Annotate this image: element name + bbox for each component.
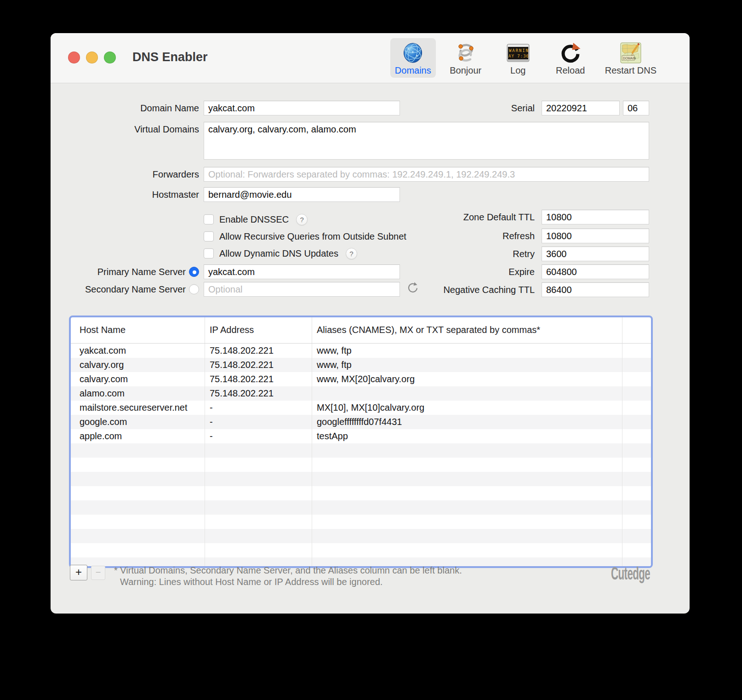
table-row[interactable]: yakcat.com75.148.202.221www, ftp — [71, 344, 651, 358]
table-row[interactable]: alamo.com75.148.202.221 — [71, 386, 651, 401]
aliases-cell[interactable] — [312, 500, 622, 515]
extra-cell[interactable] — [622, 386, 651, 401]
aliases-cell[interactable] — [312, 458, 622, 472]
domain-name-input[interactable] — [204, 101, 400, 115]
table-row[interactable] — [71, 500, 651, 515]
extra-cell[interactable] — [622, 486, 651, 500]
refresh-input[interactable] — [542, 229, 649, 243]
extra-cell[interactable] — [622, 358, 651, 372]
ip-cell[interactable] — [205, 472, 312, 486]
toolbar-item-reload[interactable]: Reload — [548, 38, 593, 78]
aliases-cell[interactable] — [312, 386, 622, 401]
dynamic-dns-checkbox[interactable] — [204, 248, 214, 258]
host-cell[interactable]: calvary.com — [71, 372, 205, 386]
aliases-cell[interactable] — [312, 443, 622, 458]
extra-cell[interactable] — [622, 415, 651, 429]
recursive-queries-checkbox[interactable] — [204, 231, 214, 241]
host-cell[interactable] — [71, 472, 205, 486]
ip-cell[interactable] — [205, 443, 312, 458]
table-row[interactable] — [71, 458, 651, 472]
extra-cell[interactable] — [622, 529, 651, 543]
host-cell[interactable]: google.com — [71, 415, 205, 429]
minimize-window-button[interactable] — [86, 52, 98, 63]
aliases-cell[interactable] — [312, 472, 622, 486]
table-row[interactable]: mailstore.secureserver.net-MX[10], MX[10… — [71, 401, 651, 415]
virtual-domains-textarea[interactable]: calvary.org, calvary.com, alamo.com — [204, 122, 649, 160]
ip-cell[interactable] — [205, 543, 312, 557]
ip-cell[interactable] — [205, 486, 312, 500]
table-row[interactable] — [71, 486, 651, 500]
host-cell[interactable] — [71, 543, 205, 557]
table-row[interactable]: google.com-googleffffffffd07f4431 — [71, 415, 651, 429]
host-cell[interactable]: alamo.com — [71, 386, 205, 401]
serial-sub-input[interactable] — [623, 101, 649, 115]
ip-cell[interactable] — [205, 515, 312, 529]
aliases-cell[interactable]: googleffffffffd07f4431 — [312, 415, 622, 429]
expire-input[interactable] — [542, 264, 649, 279]
dnssec-help-button[interactable]: ? — [296, 214, 308, 225]
primary-ns-radio[interactable] — [189, 267, 199, 277]
host-table[interactable]: Host Name IP Address Aliases (CNAMES), M… — [69, 316, 653, 568]
remove-row-button[interactable]: − — [91, 566, 105, 580]
extra-cell[interactable] — [622, 429, 651, 443]
zoom-window-button[interactable] — [104, 52, 116, 63]
ip-cell[interactable] — [205, 458, 312, 472]
host-cell[interactable] — [71, 458, 205, 472]
extra-cell[interactable] — [622, 472, 651, 486]
toolbar-item-restart-dns[interactable]: DOMAIN Restart DNS — [600, 38, 661, 78]
extra-cell[interactable] — [622, 344, 651, 358]
forwarders-input[interactable] — [204, 167, 649, 182]
aliases-cell[interactable]: www, MX[20]calvary.org — [312, 372, 622, 386]
toolbar-item-bonjour[interactable]: Bonjour — [443, 38, 488, 78]
table-row[interactable] — [71, 543, 651, 557]
retry-input[interactable] — [542, 247, 649, 261]
ip-address-column-header[interactable]: IP Address — [205, 317, 312, 343]
host-cell[interactable] — [71, 443, 205, 458]
hostmaster-input[interactable] — [204, 187, 400, 202]
host-cell[interactable]: mailstore.secureserver.net — [71, 401, 205, 415]
ip-cell[interactable]: 75.148.202.221 — [205, 372, 312, 386]
table-row[interactable]: apple.com-testApp — [71, 429, 651, 443]
add-row-button[interactable]: + — [70, 565, 87, 580]
host-cell[interactable] — [71, 529, 205, 543]
extra-cell[interactable] — [622, 372, 651, 386]
aliases-cell[interactable] — [312, 486, 622, 500]
host-cell[interactable] — [71, 486, 205, 500]
aliases-cell[interactable] — [312, 529, 622, 543]
extra-cell[interactable] — [622, 401, 651, 415]
zone-default-ttl-input[interactable] — [542, 210, 649, 224]
refresh-secondary-icon[interactable] — [406, 281, 420, 295]
ip-cell[interactable]: 75.148.202.221 — [205, 386, 312, 401]
ip-cell[interactable]: - — [205, 401, 312, 415]
host-cell[interactable]: calvary.org — [71, 358, 205, 372]
secondary-ns-input[interactable] — [204, 282, 400, 297]
host-cell[interactable] — [71, 515, 205, 529]
secondary-ns-radio[interactable] — [189, 284, 199, 294]
ip-cell[interactable]: 75.148.202.221 — [205, 358, 312, 372]
table-row[interactable]: calvary.org75.148.202.221www, ftp — [71, 358, 651, 372]
aliases-column-header[interactable]: Aliases (CNAMES), MX or TXT separated by… — [312, 317, 622, 343]
aliases-cell[interactable] — [312, 543, 622, 557]
extra-cell[interactable] — [622, 543, 651, 557]
aliases-cell[interactable] — [312, 515, 622, 529]
extra-cell[interactable] — [622, 515, 651, 529]
table-row[interactable] — [71, 472, 651, 486]
ip-cell[interactable] — [205, 500, 312, 515]
table-row[interactable]: calvary.com75.148.202.221www, MX[20]calv… — [71, 372, 651, 386]
extra-cell[interactable] — [622, 443, 651, 458]
host-cell[interactable]: apple.com — [71, 429, 205, 443]
ip-cell[interactable]: - — [205, 429, 312, 443]
aliases-cell[interactable]: MX[10], MX[10]calvary.org — [312, 401, 622, 415]
primary-ns-input[interactable] — [204, 264, 400, 279]
aliases-cell[interactable]: www, ftp — [312, 344, 622, 358]
ip-cell[interactable] — [205, 529, 312, 543]
serial-input[interactable] — [542, 101, 620, 115]
enable-dnssec-checkbox[interactable] — [204, 214, 214, 224]
toolbar-item-log[interactable]: WARNIN AY 7:36 Log — [496, 38, 541, 78]
extra-cell[interactable] — [622, 458, 651, 472]
aliases-cell[interactable]: testApp — [312, 429, 622, 443]
close-window-button[interactable] — [68, 52, 80, 63]
toolbar-item-domains[interactable]: Domains — [390, 38, 436, 78]
host-cell[interactable]: yakcat.com — [71, 344, 205, 358]
host-name-column-header[interactable]: Host Name — [71, 317, 205, 343]
